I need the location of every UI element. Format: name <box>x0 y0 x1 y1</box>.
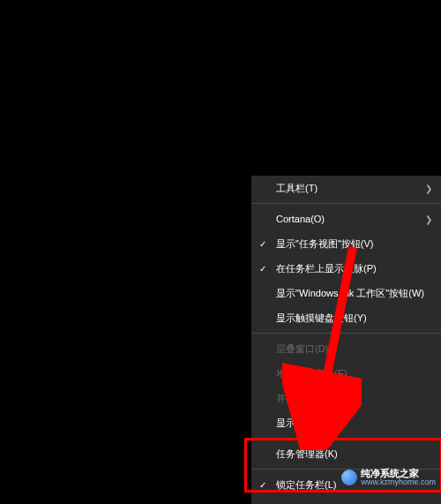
menu-label: 堆叠显示窗口(E) <box>276 367 432 380</box>
menu-item-sidebyside: 并排显示窗口(I) <box>251 386 441 410</box>
check-icon: ✓ <box>255 260 271 276</box>
blank-icon <box>255 180 271 196</box>
blank-icon <box>255 285 271 301</box>
menu-item-desktop[interactable]: 显示桌面(S) <box>251 410 441 435</box>
menu-item-touchkb[interactable]: 显示触摸键盘按钮(Y) <box>251 305 441 330</box>
menu-label: 工具栏(T) <box>276 182 422 195</box>
blank-icon <box>255 365 271 381</box>
menu-separator <box>251 203 441 204</box>
menu-label: 并排显示窗口(I) <box>276 392 432 405</box>
menu-item-taskview[interactable]: ✓ 显示"任务视图"按钮(V) <box>251 231 441 256</box>
menu-label: 显示"Windows Ink 工作区"按钮(W) <box>276 287 432 300</box>
chevron-right-icon: ❯ <box>422 184 432 193</box>
menu-separator <box>251 333 441 334</box>
menu-item-cascade: 层叠窗口(D) <box>251 336 441 361</box>
taskbar-context-menu: 工具栏(T) ❯ Cortana(O) ❯ ✓ 显示"任务视图"按钮(V) ✓ … <box>251 176 441 504</box>
menu-label: 显示桌面(S) <box>276 417 432 430</box>
menu-label: 任务管理器(K) <box>276 448 432 461</box>
watermark-logo-icon <box>341 470 357 485</box>
blank-icon <box>255 446 271 462</box>
blank-icon <box>255 341 271 357</box>
menu-label: 在任务栏上显示人脉(P) <box>276 262 432 275</box>
menu-item-settings[interactable]: ⚙ 任务栏设置(T) <box>251 497 441 504</box>
watermark: 纯净系统之家 www.kzmyhome.com <box>341 469 436 486</box>
menu-item-toolbars[interactable]: 工具栏(T) ❯ <box>251 176 441 200</box>
menu-item-ink[interactable]: 显示"Windows Ink 工作区"按钮(W) <box>251 281 441 305</box>
menu-item-taskmgr[interactable]: 任务管理器(K) <box>251 441 441 466</box>
blank-icon <box>255 390 271 406</box>
blank-icon <box>255 415 271 431</box>
check-icon: ✓ <box>255 236 271 252</box>
blank-icon <box>255 310 271 326</box>
menu-item-people[interactable]: ✓ 在任务栏上显示人脉(P) <box>251 256 441 281</box>
menu-item-cortana[interactable]: Cortana(O) ❯ <box>251 207 441 231</box>
menu-label: 层叠窗口(D) <box>276 342 432 356</box>
menu-separator <box>251 438 441 439</box>
menu-label: Cortana(O) <box>276 214 422 224</box>
watermark-url: www.kzmyhome.com <box>361 478 436 486</box>
check-icon: ✓ <box>255 477 271 493</box>
watermark-text: 纯净系统之家 www.kzmyhome.com <box>361 469 436 486</box>
menu-item-stacked: 堆叠显示窗口(E) <box>251 361 441 386</box>
blank-icon <box>255 211 271 227</box>
menu-label: 显示触摸键盘按钮(Y) <box>276 312 432 325</box>
chevron-right-icon: ❯ <box>422 214 432 224</box>
menu-label: 显示"任务视图"按钮(V) <box>276 237 432 251</box>
